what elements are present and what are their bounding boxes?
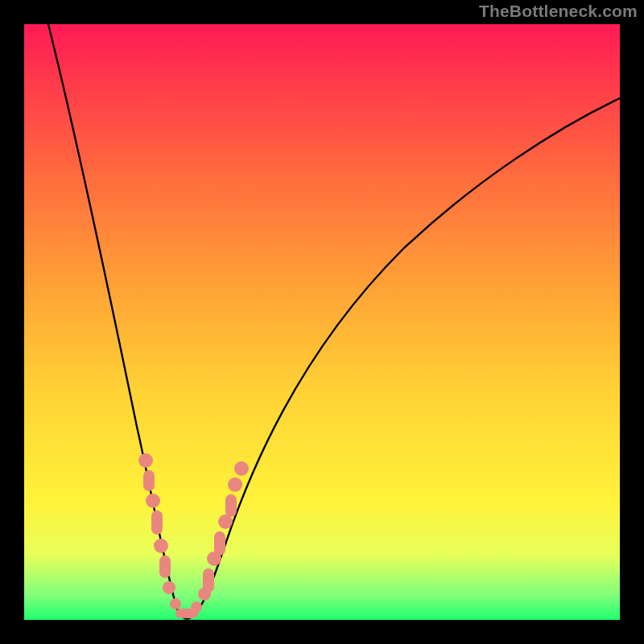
svg-rect-15 bbox=[225, 494, 237, 517]
svg-point-7 bbox=[170, 598, 181, 609]
bottleneck-curve bbox=[24, 24, 620, 620]
svg-point-2 bbox=[146, 493, 160, 508]
svg-point-4 bbox=[154, 539, 168, 553]
svg-rect-13 bbox=[214, 531, 225, 555]
svg-point-16 bbox=[228, 477, 242, 492]
svg-point-6 bbox=[163, 581, 175, 594]
svg-point-0 bbox=[138, 453, 153, 468]
svg-rect-1 bbox=[143, 470, 155, 491]
svg-point-17 bbox=[234, 461, 249, 476]
watermark-text: TheBottleneck.com bbox=[479, 2, 638, 21]
outer-frame: TheBottleneck.com bbox=[0, 0, 644, 644]
svg-rect-5 bbox=[159, 555, 171, 578]
bead-cluster bbox=[138, 453, 249, 618]
curve-path bbox=[48, 24, 620, 618]
svg-rect-3 bbox=[151, 510, 163, 535]
plot-area bbox=[24, 24, 620, 620]
svg-rect-11 bbox=[203, 568, 214, 592]
svg-point-9 bbox=[191, 601, 202, 613]
